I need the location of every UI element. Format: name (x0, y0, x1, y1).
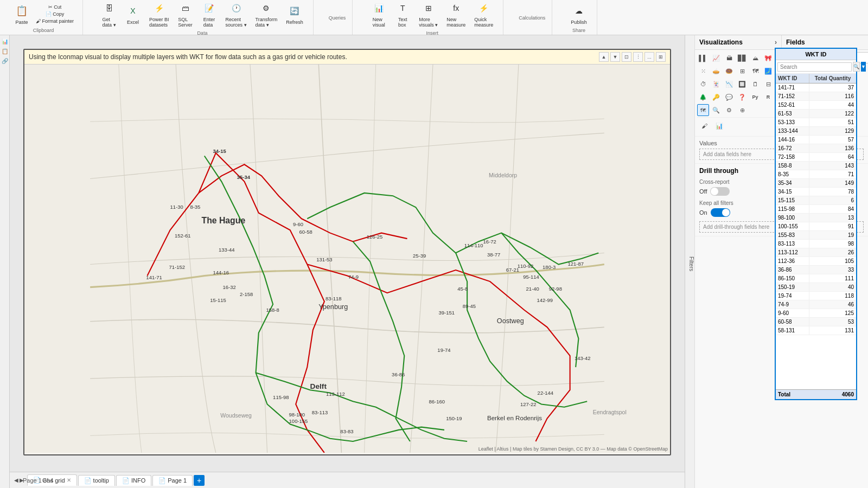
wkt-row[interactable]: 100-15591 (776, 222, 856, 231)
new-visual-button[interactable]: 📊Newvisual (368, 0, 390, 29)
wkt-row[interactable]: 60-5853 (776, 318, 856, 326)
transform-button[interactable]: ⚙Transformdata ▾ (252, 0, 281, 29)
cut-button[interactable]: ✂ Cut (34, 4, 76, 10)
tab-page1[interactable]: 📄 Page 1 (152, 475, 193, 486)
viz-custom1[interactable]: ⚙ (723, 104, 735, 116)
map-focus-btn[interactable]: ⊡ (622, 52, 631, 62)
format-paintbrush-icon[interactable]: 🖌 (698, 120, 710, 132)
viz-gauge[interactable]: ⏱ (697, 78, 709, 90)
text-box-button[interactable]: TTextbox (392, 0, 413, 29)
add-page-button[interactable]: + (194, 475, 205, 486)
viz-key-influencers[interactable]: 🔑 (710, 91, 722, 103)
viz-stacked-bar[interactable]: ▊▊ (736, 52, 748, 64)
viz-custom2[interactable]: ⊕ (736, 104, 748, 116)
wkt-table-body[interactable]: 141-713771-152116152-614461-5312253-1335… (776, 84, 856, 389)
viz-kpi[interactable]: 📉 (723, 78, 735, 90)
viz-bar-chart[interactable]: ▌▌ (697, 52, 709, 64)
sql-button[interactable]: 🗃SQLServer (175, 0, 196, 29)
tab-tooltip[interactable]: 📄 tooltip (78, 475, 115, 486)
paste-button[interactable]: 📋 Paste (11, 2, 33, 27)
power-bi-button[interactable]: ⚡Power BIdatasets (146, 0, 173, 29)
publish-button[interactable]: ☁Publish (567, 2, 590, 27)
recent-button[interactable]: 🕐Recentsources ▾ (222, 0, 250, 29)
viz-scatter[interactable]: ⁙ (697, 65, 709, 77)
nav-data-icon[interactable]: 📋 (1, 47, 9, 55)
map-more-btn[interactable]: ... (644, 52, 654, 62)
wkt-row[interactable]: 86-150111 (776, 274, 856, 283)
nav-model-icon[interactable]: 🔗 (1, 57, 9, 65)
keep-filters-toggle[interactable] (711, 208, 730, 217)
wkt-row[interactable]: 113-11226 (776, 248, 856, 257)
viz-treemap[interactable]: ⊞ (736, 65, 748, 77)
format-analytics-icon[interactable]: 📊 (713, 120, 725, 132)
viz-decomp-tree[interactable]: 🌲 (697, 91, 709, 103)
wkt-row[interactable]: 83-11398 (776, 240, 856, 248)
refresh-button[interactable]: 🔄Refresh (283, 2, 307, 27)
viz-stacked-area[interactable]: ⛰ (749, 52, 761, 64)
viz-r[interactable]: R (762, 91, 774, 103)
viz-pie[interactable]: 🥧 (710, 65, 722, 77)
wkt-row[interactable]: 144-1657 (776, 136, 856, 144)
wkt-row[interactable]: 15-1156 (776, 196, 856, 205)
tab-gas-grid-close[interactable]: ✕ (67, 477, 71, 483)
wkt-row[interactable]: 58-131131 (776, 326, 856, 335)
viz-iconmap[interactable]: 🗺 (697, 104, 709, 116)
wkt-row[interactable]: 150-1940 (776, 283, 856, 292)
enter-data-button[interactable]: 📝Enterdata (199, 0, 220, 29)
wkt-row[interactable]: 155-8319 (776, 231, 856, 240)
wkt-row[interactable]: 36-8633 (776, 266, 856, 274)
viz-map[interactable]: 🗺 (749, 65, 761, 77)
wkt-row[interactable]: 16-72136 (776, 144, 856, 153)
wkt-search-input[interactable] (777, 62, 852, 72)
viz-filled-map[interactable]: 🗾 (762, 65, 774, 77)
viz-smart-narr[interactable]: 💬 (723, 91, 735, 103)
wkt-row[interactable]: 71-152116 (776, 92, 856, 101)
copy-button[interactable]: 📄 Copy (34, 11, 76, 17)
format-painter-button[interactable]: 🖌 Format painter (34, 18, 76, 24)
map-content[interactable]: 34-15 35-34 11-30 8-35 9-60 60-58 126-25… (24, 65, 670, 453)
wkt-row[interactable]: 34-1578 (776, 188, 856, 196)
quick-measure-button[interactable]: ⚡Quickmeasure (471, 0, 496, 29)
get-data-button[interactable]: 🗄Getdata ▾ (98, 0, 120, 29)
map-up-btn[interactable]: ▲ (599, 52, 609, 62)
new-measure-button[interactable]: fxNewmeasure (443, 0, 469, 29)
tab-prev[interactable]: ◀ (14, 477, 18, 483)
map-filter-btn[interactable]: ⋮ (633, 52, 643, 62)
viz-search-icon[interactable]: 🔍 (710, 104, 722, 116)
cross-report-toggle[interactable] (710, 187, 730, 196)
wkt-row[interactable]: 158-8143 (776, 162, 856, 170)
wkt-row[interactable]: 152-6144 (776, 101, 856, 110)
viz-slicer[interactable]: 🔲 (736, 78, 748, 90)
viz-ribbon[interactable]: 🎀 (762, 52, 774, 64)
viz-donut[interactable]: 🍩 (723, 65, 735, 77)
viz-area-chart[interactable]: 🏔 (723, 52, 735, 64)
wkt-filter-button[interactable]: ▼ (861, 62, 866, 72)
wkt-row[interactable]: 53-13351 (776, 118, 856, 127)
viz-qna[interactable]: ❓ (736, 91, 748, 103)
viz-expand-icon[interactable]: › (775, 38, 777, 46)
wkt-row[interactable]: 115-9884 (776, 205, 856, 214)
filters-button[interactable]: Filters (685, 35, 694, 488)
wkt-row[interactable]: 61-53122 (776, 110, 856, 118)
viz-table[interactable]: 🗒 (749, 78, 761, 90)
wkt-row[interactable]: 98-10013 (776, 214, 856, 222)
wkt-row[interactable]: 74-946 (776, 300, 856, 309)
map-down-btn[interactable]: ▼ (610, 52, 620, 62)
viz-matrix[interactable]: ⊟ (762, 78, 774, 90)
wkt-row[interactable]: 112-36105 (776, 257, 856, 266)
wkt-row[interactable]: 35-34149 (776, 179, 856, 188)
wkt-row[interactable]: 72-15864 (776, 153, 856, 162)
wkt-row[interactable]: 8-3571 (776, 170, 856, 179)
more-visuals-button[interactable]: ⊞Morevisuals ▾ (416, 0, 441, 29)
wkt-row[interactable]: 141-7137 (776, 84, 856, 92)
viz-py[interactable]: Py (749, 91, 761, 103)
wkt-row[interactable]: 19-74118 (776, 292, 856, 300)
excel-button[interactable]: XExcel (122, 2, 144, 27)
tab-info[interactable]: 📄 INFO (116, 475, 151, 486)
wkt-row[interactable]: 133-144129 (776, 127, 856, 136)
wkt-row[interactable]: 9-60125 (776, 309, 856, 318)
viz-line-chart[interactable]: 📈 (710, 52, 722, 64)
nav-report-icon[interactable]: 📊 (1, 37, 9, 45)
map-expand-btn[interactable]: ⊞ (656, 52, 666, 62)
wkt-search-button[interactable]: 🔍 (853, 62, 860, 72)
